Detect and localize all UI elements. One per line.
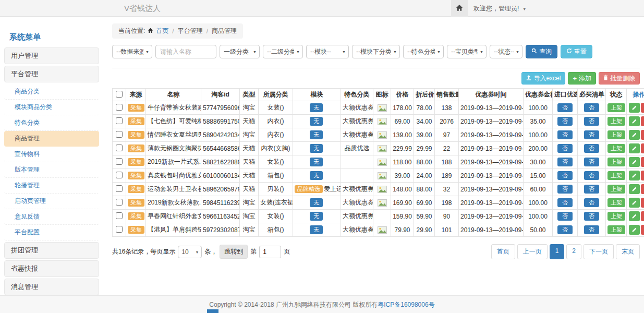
sidebar-submenu-item[interactable]: 商品管理 [4,131,99,147]
status-button[interactable]: 上架 [607,185,625,194]
delete-button[interactable] [641,198,644,208]
sidebar-submenu-item[interactable]: 意见反馈 [4,209,99,225]
delete-button[interactable] [641,143,644,153]
data-source-select[interactable]: --数据来源-- [112,45,152,58]
filter-select[interactable]: --特色分类-- [403,45,444,58]
row-checkbox[interactable] [116,131,123,138]
status-button[interactable]: 上架 [607,117,625,126]
filter-select[interactable]: --宝贝类型-- [447,45,487,58]
edit-button[interactable] [629,184,640,194]
sidebar-submenu-item[interactable]: 特色分类 [4,115,99,131]
import-select-toggle[interactable]: 否 [557,198,573,207]
sidebar-group[interactable]: 消息管理 [4,279,99,295]
sidebar-group[interactable]: 省惠快报 [4,260,99,277]
per-page-select[interactable]: 10 [178,246,202,258]
import-select-toggle[interactable]: 否 [557,185,573,194]
must-buy-toggle[interactable]: 否 [584,171,599,180]
delete-button[interactable] [641,116,644,126]
edit-button[interactable] [629,130,640,140]
must-buy-toggle[interactable]: 否 [584,144,599,153]
page-number-input[interactable] [259,246,281,258]
query-button[interactable]: 查询 [526,45,557,58]
filter-select[interactable]: --模块下分类-- [352,45,400,58]
row-checkbox[interactable] [116,158,123,165]
delete-button[interactable] [641,184,644,194]
row-checkbox[interactable] [116,226,123,233]
status-button[interactable]: 上架 [607,144,625,153]
row-checkbox[interactable] [116,172,123,178]
row-checkbox[interactable] [116,199,123,206]
import-select-toggle[interactable]: 否 [557,212,573,221]
sidebar-submenu-item[interactable]: 版本管理 [4,162,99,178]
must-buy-toggle[interactable]: 否 [584,225,599,234]
pagination-button[interactable]: 2 [566,244,581,259]
row-checkbox[interactable] [116,145,123,151]
pagination-button[interactable]: 首页 [491,244,515,259]
edit-button[interactable] [629,171,640,180]
jump-button[interactable]: 跳转到 [220,245,248,259]
must-buy-toggle[interactable]: 否 [584,158,599,166]
sidebar-item-user-management[interactable]: 用户管理 [4,47,99,64]
select-all-checkbox[interactable] [116,91,123,98]
row-checkbox[interactable] [116,185,123,192]
delete-button[interactable] [641,130,644,140]
status-button[interactable]: 上架 [607,198,625,207]
status-button[interactable]: 上架 [607,130,625,139]
home-button[interactable] [451,0,468,17]
import-select-toggle[interactable]: 否 [557,103,573,112]
import-excel-button[interactable]: 导入excel [521,72,565,85]
must-buy-toggle[interactable]: 否 [584,185,599,194]
import-select-toggle[interactable]: 否 [557,158,573,166]
pagination-button[interactable]: 上一页 [517,244,548,259]
import-select-toggle[interactable]: 否 [557,144,573,153]
delete-button[interactable] [641,211,644,221]
row-checkbox[interactable] [116,117,123,124]
row-checkbox[interactable] [116,212,123,219]
filter-select[interactable]: 一级分类 [220,45,260,58]
icp-link[interactable]: 粤ICP备16098006号 [378,301,434,308]
breadcrumb-home-link[interactable]: 首页 [156,27,168,35]
sidebar-submenu-item[interactable]: 平台配置 [4,225,99,240]
sidebar-submenu-item[interactable]: 宣传物料 [4,147,99,162]
edit-button[interactable] [629,143,640,153]
add-button[interactable]: + 添加 [568,72,596,85]
row-checkbox[interactable] [116,104,123,111]
import-select-toggle[interactable]: 否 [557,130,573,139]
import-select-toggle[interactable]: 否 [557,225,573,234]
delete-button[interactable] [641,171,644,180]
status-button[interactable]: 上架 [607,158,625,166]
sidebar-submenu-item[interactable]: 启动页管理 [4,194,99,209]
filter-select[interactable]: --状态-- [490,45,523,58]
status-button[interactable]: 上架 [607,212,625,221]
delete-button[interactable] [641,225,644,235]
status-button[interactable]: 上架 [607,225,625,234]
edit-button[interactable] [629,103,640,113]
filter-select[interactable]: --模块-- [306,45,349,58]
filter-select[interactable]: --二级分类-- [263,45,303,58]
batch-delete-button[interactable]: 批量删除 [599,72,640,85]
status-button[interactable]: 上架 [607,171,625,180]
edit-button[interactable] [629,225,640,235]
user-menu[interactable]: 欢迎您，管理员! ▼ [473,0,527,18]
must-buy-toggle[interactable]: 否 [584,117,599,126]
pagination-button[interactable]: 1 [550,244,565,259]
must-buy-toggle[interactable]: 否 [584,130,599,139]
delete-button[interactable] [641,157,644,167]
delete-button[interactable] [641,103,644,113]
edit-button[interactable] [629,157,640,167]
must-buy-toggle[interactable]: 否 [584,212,599,221]
sidebar-item-platform-management[interactable]: 平台管理 [4,66,99,82]
pagination-button[interactable]: 末页 [616,244,640,259]
sidebar-submenu-item[interactable]: 模块商品分类 [4,100,99,115]
edit-button[interactable] [629,211,640,221]
sidebar-submenu-item[interactable]: 商品分类 [4,84,99,100]
name-search-input[interactable] [155,45,216,58]
sidebar-submenu-item[interactable]: 轮播管理 [4,178,99,194]
reset-button[interactable]: 重置 [561,45,592,58]
edit-button[interactable] [629,116,640,126]
must-buy-toggle[interactable]: 否 [584,198,599,207]
status-button[interactable]: 上架 [607,103,625,112]
edit-button[interactable] [629,198,640,208]
sidebar-group[interactable]: 拼团管理 [4,242,99,259]
import-select-toggle[interactable]: 否 [557,171,573,180]
